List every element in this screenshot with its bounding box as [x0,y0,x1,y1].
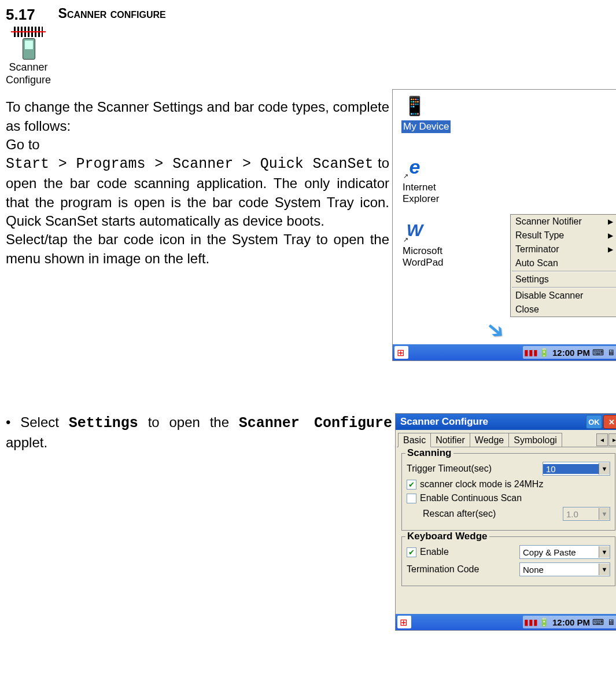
tab-basic[interactable]: Basic [398,433,431,447]
group-keyboard-wedge: Keyboard Wedge ✔ Enable Copy & Paste ▼ T… [401,536,615,586]
section-number: 5.17 [6,6,35,24]
kbwedge-mode-value: Copy & Paste [520,547,599,557]
submenu-arrow-icon: ▶ [608,231,613,240]
section-title: Scanner configure [58,6,166,24]
battery-tray-icon[interactable]: 🔋 [539,347,549,358]
menu-label: Disable Scanner [515,290,583,301]
p1-intro: To change the Scanner Settings and bar c… [6,99,389,133]
menu-terminator[interactable]: Terminator ▶ [511,242,616,256]
menu-label: Settings [515,274,549,285]
shortcut-arrow-icon: ↗ [401,236,410,244]
submenu-arrow-icon: ▶ [608,218,613,226]
clock-mode-checkbox[interactable]: ✔ [407,480,416,490]
p2-t3: applet. [6,435,47,450]
scanner-configure-icon-block: Scanner Configure [6,27,51,86]
barcode-tray-icon[interactable]: ▮▮▮ [526,617,536,627]
menu-result-type[interactable]: Result Type ▶ [511,229,616,242]
pda-icon: 📱 [401,93,428,119]
ie-label: Internet Explorer [401,181,453,205]
clock-mode-label: scanner clock mode is 24MHz [420,479,543,490]
tab-notifier[interactable]: Notifier [430,433,470,447]
taskbar: ▮▮▮ 🔋 12:00 PM ⌨ 🖥 [393,344,616,360]
group-kbwedge-legend: Keyboard Wedge [405,531,489,542]
desktop-icon-my-device[interactable]: 📱 My Device [401,93,453,133]
keyboard-tray-icon[interactable]: ⌨ [593,347,603,358]
icon-label-line1: Scanner [9,61,48,73]
continuous-scan-checkbox[interactable] [407,494,416,503]
dropdown-arrow-icon: ▼ [599,564,610,575]
ok-button[interactable]: OK [586,415,602,429]
dropdown-arrow-icon: ▼ [599,463,610,474]
tab-scroll-right[interactable]: ▸ [608,433,616,446]
rescan-after-dropdown: 1.0 ▼ [563,507,610,521]
keyboard-tray-icon[interactable]: ⌨ [593,617,603,627]
clock[interactable]: 12:00 PM [552,617,590,627]
barcode-tray-icon[interactable]: ▮▮▮ [526,347,536,358]
kbwedge-enable-label: Enable [420,547,516,557]
paragraph-2: • Select Settings to open the Scanner Co… [6,413,392,452]
screenshot-scanner-configure: Scanner Configure OK ✕ Basic Notifier We… [395,413,616,631]
tab-wedge[interactable]: Wedge [470,433,509,447]
ie-icon: e ↗ [401,153,428,180]
windows-logo-icon [397,348,406,356]
clock[interactable]: 12:00 PM [552,348,590,358]
desktop-tray-icon[interactable]: 🖥 [606,347,616,358]
termination-code-value: None [520,565,599,575]
dropdown-arrow-icon: ▼ [599,508,610,520]
my-device-label: My Device [401,120,451,133]
trigger-timeout-label: Trigger Timeout(sec) [407,463,539,474]
p2-t1: Select [20,414,59,430]
trigger-timeout-value: 10 [543,464,599,474]
p2-b1: Settings [69,415,138,432]
tab-scroll-left[interactable]: ◂ [596,433,608,446]
group-scanning-legend: Scanning [405,447,453,459]
termination-code-dropdown[interactable]: None ▼ [519,562,610,576]
menu-separator [512,271,616,272]
wordpad-icon: W ↗ [401,217,428,244]
p2-t2: to open the [148,414,229,430]
pointer-arrow-icon: ➔ [481,314,512,345]
scanner-configure-icon-label: Scanner Configure [6,61,51,86]
desktop-icon-wordpad[interactable]: W ↗ Microsoft WordPad [401,217,453,268]
bullet: • [6,414,10,430]
scanner-context-menu: Scanner Notifier ▶ Result Type ▶ Termina… [510,214,616,317]
menu-disable-scanner[interactable]: Disable Scanner [511,289,616,303]
tabstrip: Basic Notifier Wedge Symbologi ◂ ▸ [397,432,616,447]
system-tray: ▮▮▮ 🔋 12:00 PM ⌨ 🖥 [523,346,616,359]
screenshot-desktop-menu: 📱 My Device e ↗ Internet Explorer W ↗ Mi… [392,89,616,361]
menu-separator [512,287,616,288]
rescan-after-label: Rescan after(sec) [423,509,559,519]
window-title: Scanner Configure [400,416,488,428]
menu-label: Scanner Notifier [515,216,582,227]
p2-b2: Scanner Configure [239,415,392,432]
dropdown-arrow-icon: ▼ [599,546,610,558]
p1-goto: Go to [6,137,40,152]
wordpad-label: Microsoft WordPad [401,245,453,268]
p1-path: Start > Programs > Scanner > Quick ScanS… [6,156,374,172]
rescan-after-value: 1.0 [563,509,599,519]
close-button[interactable]: ✕ [603,415,616,429]
titlebar: Scanner Configure OK ✕ [396,414,616,430]
termination-code-label: Termination Code [407,564,516,575]
submenu-arrow-icon: ▶ [608,245,613,253]
shortcut-arrow-icon: ↗ [401,172,410,180]
menu-label: Terminator [515,244,559,255]
menu-auto-scan[interactable]: Auto Scan [511,256,616,270]
kbwedge-enable-checkbox[interactable]: ✔ [407,547,416,557]
continuous-scan-label: Enable Continuous Scan [420,493,522,503]
system-tray: ▮▮▮ 🔋 12:00 PM ⌨ 🖥 [523,616,616,628]
scanner-configure-icon [11,27,46,61]
desktop-tray-icon[interactable]: 🖥 [606,617,616,627]
menu-label: Close [515,304,539,315]
start-button[interactable] [397,616,411,628]
start-button[interactable] [394,346,408,359]
tab-symbologies[interactable]: Symbologi [508,433,562,447]
trigger-timeout-dropdown[interactable]: 10 ▼ [543,462,610,476]
battery-tray-icon[interactable]: 🔋 [539,617,549,627]
desktop-icon-internet-explorer[interactable]: e ↗ Internet Explorer [401,153,453,205]
menu-scanner-notifier[interactable]: Scanner Notifier ▶ [511,215,616,229]
windows-logo-icon [400,618,409,626]
kbwedge-mode-dropdown[interactable]: Copy & Paste ▼ [519,545,610,559]
menu-close[interactable]: Close [511,303,616,317]
menu-settings[interactable]: Settings [511,273,616,286]
